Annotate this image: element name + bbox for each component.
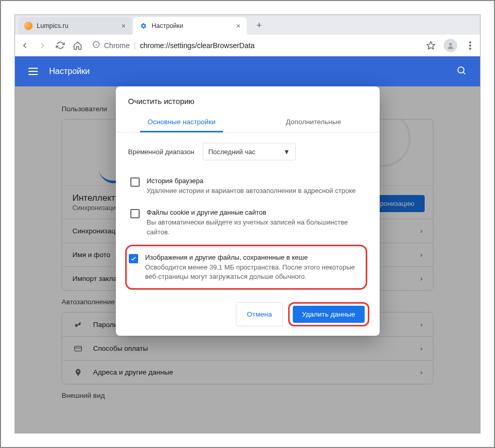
clear-data-dialog: Очистить историю Основные настройки Допо… <box>116 86 380 336</box>
tab-title: Lumpics.ru <box>37 22 68 29</box>
close-tab-icon[interactable]: × <box>122 22 126 30</box>
profile-avatar[interactable] <box>444 39 457 52</box>
svg-marker-3 <box>427 41 435 49</box>
check-cookies-desc: Вы автоматически выйдете из учетных запи… <box>147 218 365 237</box>
search-settings-icon[interactable] <box>456 65 467 78</box>
svg-line-9 <box>463 72 466 74</box>
url-origin: Chrome <box>104 41 130 50</box>
check-history[interactable]: История браузера Удаление истории и вари… <box>128 172 367 203</box>
tab-strip: Lumpics.ru × Настройки × + <box>15 15 480 35</box>
checkbox-cache[interactable] <box>129 254 138 263</box>
highlight-cache-option: Изображения и другие файлы, сохраненные … <box>125 245 367 290</box>
back-button[interactable] <box>20 41 29 50</box>
dialog-title: Очистить историю <box>116 86 380 112</box>
check-cookies-title: Файлы cookie и другие данные сайтов <box>147 208 365 216</box>
menu-dots-icon[interactable] <box>466 41 475 50</box>
bookmark-star-icon[interactable] <box>426 41 436 50</box>
page-title: Настройки <box>49 67 89 76</box>
home-button[interactable] <box>73 41 82 50</box>
svg-point-5 <box>469 41 471 43</box>
tab-title: Настройки <box>152 22 183 29</box>
svg-point-8 <box>458 67 464 73</box>
app-header: Настройки <box>15 56 480 86</box>
forward-button[interactable] <box>38 41 47 50</box>
check-cache-title: Изображения и другие файлы, сохраненные … <box>145 253 361 261</box>
modal-overlay: Очистить историю Основные настройки Допо… <box>15 86 480 433</box>
tab-advanced[interactable]: Дополнительные <box>248 112 380 132</box>
check-history-title: История браузера <box>147 177 356 185</box>
svg-point-7 <box>469 48 471 50</box>
cancel-button[interactable]: Отмена <box>236 302 282 326</box>
svg-point-6 <box>469 44 471 47</box>
menu-hamburger-icon[interactable] <box>28 68 38 75</box>
checkbox-history[interactable] <box>130 177 140 187</box>
time-range-select[interactable]: Последний час ▼ <box>203 143 296 160</box>
site-info-icon[interactable] <box>93 41 100 50</box>
check-cookies[interactable]: Файлы cookie и другие данные сайтов Вы а… <box>128 203 367 245</box>
check-history-desc: Удаление истории и вариантов автозаполне… <box>147 186 356 196</box>
time-range-label: Временной диапазон <box>128 148 194 156</box>
tab-lumpics[interactable]: Lumpics.ru × <box>18 17 132 35</box>
check-cache-desc: Освободится менее 39,1 МБ пространства. … <box>145 263 361 282</box>
tab-settings[interactable]: Настройки × <box>133 17 247 35</box>
reload-button[interactable] <box>55 41 65 50</box>
close-tab-icon[interactable]: × <box>236 22 241 30</box>
favicon-settings-icon <box>139 22 147 30</box>
new-tab-button[interactable]: + <box>252 18 266 33</box>
highlight-confirm-button: Удалить данные <box>288 302 369 326</box>
favicon-lumpics-icon <box>24 22 33 30</box>
check-cache[interactable]: Изображения и другие файлы, сохраненные … <box>127 248 363 287</box>
svg-point-4 <box>449 42 452 45</box>
url-box[interactable]: Chrome | chrome://settings/clearBrowserD… <box>88 41 420 50</box>
address-bar: Chrome | chrome://settings/clearBrowserD… <box>15 35 480 56</box>
dropdown-arrow-icon: ▼ <box>283 148 290 156</box>
checkbox-cookies[interactable] <box>130 209 140 218</box>
tab-basic[interactable]: Основные настройки <box>116 112 248 132</box>
url-path: chrome://settings/clearBrowserData <box>140 41 254 50</box>
clear-data-button[interactable]: Удалить данные <box>293 306 365 323</box>
